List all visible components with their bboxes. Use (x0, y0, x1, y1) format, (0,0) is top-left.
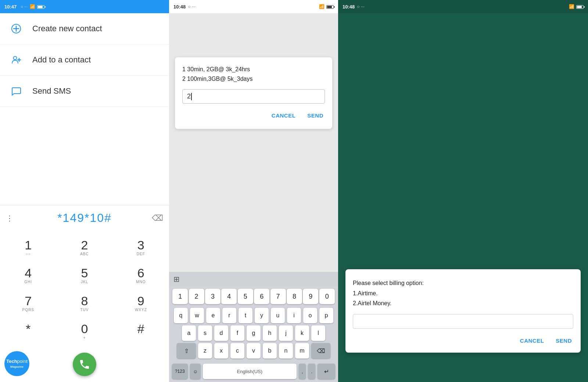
techpoint-logo: TechpointMagazine (4, 351, 29, 376)
kbd-shift[interactable]: ⇧ (177, 343, 196, 358)
ussd-input-value: 2 (187, 93, 191, 100)
kbd-i[interactable]: i (287, 308, 301, 323)
create-contact-label: Create new contact (32, 24, 102, 33)
keyboard-number-row: 1 2 3 4 5 6 7 8 9 0 (169, 286, 338, 306)
key-3[interactable]: 3DEF (113, 234, 169, 262)
key-8[interactable]: 8TUV (56, 289, 112, 317)
kbd-t[interactable]: t (239, 308, 252, 323)
kbd-b[interactable]: b (263, 343, 277, 358)
kbd-r[interactable]: r (222, 308, 236, 323)
kbd-s[interactable]: s (198, 325, 212, 341)
kbd-emoji[interactable]: ☺ (190, 364, 201, 379)
kbd-num-4[interactable]: 4 (221, 289, 237, 304)
kbd-k[interactable]: k (295, 325, 309, 341)
key-6[interactable]: 6MNO (113, 262, 169, 289)
kbd-num-6[interactable]: 6 (254, 289, 269, 304)
billing-message: Please select billing option: 1.Airtime.… (353, 278, 573, 308)
ussd-actions: CANCEL SEND (182, 109, 325, 122)
key-4[interactable]: 4GHI (0, 262, 56, 289)
kbd-enter[interactable]: ↵ (318, 364, 335, 379)
billing-input-field[interactable] (353, 314, 573, 329)
menu-list: Create new contact Add to a contact Send… (0, 13, 169, 205)
ussd-cancel-button[interactable]: CANCEL (270, 109, 297, 122)
kbd-j[interactable]: j (279, 325, 293, 341)
kbd-num-1[interactable]: 1 (172, 289, 188, 304)
billing-actions: CANCEL SEND (353, 335, 573, 347)
signal-icons-panel3: 📶 (569, 4, 584, 9)
time-panel1: 10:47 (4, 4, 17, 10)
dialer-menu-dots[interactable]: ⋮ (6, 214, 13, 223)
ussd-input-field[interactable]: 2 (182, 89, 325, 104)
ussd-send-button[interactable]: SEND (306, 109, 325, 122)
kbd-num-3[interactable]: 3 (205, 289, 220, 304)
kbd-a[interactable]: a (182, 325, 196, 341)
menu-item-create-contact[interactable]: Create new contact (0, 13, 169, 44)
kbd-y[interactable]: y (255, 308, 269, 323)
key-2[interactable]: 2ABC (56, 234, 112, 262)
key-5[interactable]: 5JKL (56, 262, 112, 289)
svg-point-3 (14, 57, 17, 60)
key-star[interactable]: * (0, 317, 56, 345)
key-7[interactable]: 7PQRS (0, 289, 56, 317)
status-bar-panel2: 10:48 ○ ··· 📶 (169, 0, 338, 13)
billing-send-button[interactable]: SEND (554, 335, 573, 347)
call-button[interactable] (73, 353, 96, 376)
kbd-w[interactable]: w (190, 308, 204, 323)
signal-icons-panel2: 📶 (319, 4, 334, 9)
kbd-o[interactable]: o (303, 308, 317, 323)
kbd-u[interactable]: u (271, 308, 285, 323)
kbd-delete[interactable]: ⌫ (311, 343, 330, 358)
icons-panel3: ○ ··· (357, 4, 365, 9)
kbd-row-3: ⇧ z x c v b n m ⌫ (172, 343, 335, 358)
kbd-bottom-row: ?123 ☺ English(US) , . ↵ (169, 362, 338, 382)
kbd-d[interactable]: d (214, 325, 228, 341)
backspace-icon[interactable]: ⌫ (152, 213, 163, 223)
kbd-f[interactable]: f (230, 325, 244, 341)
panel-ussd-keyboard: 10:48 ○ ··· 📶 1 30min, 2GB@ 3k_24hrs 2 1… (169, 0, 338, 382)
kbd-c[interactable]: c (230, 343, 244, 358)
icons-panel1: ○ ··· 📶 (19, 4, 44, 9)
status-bar-panel3: 10:48 ○ ··· 📶 (338, 0, 588, 13)
menu-item-send-sms[interactable]: Send SMS (0, 76, 169, 107)
kbd-num-5[interactable]: 5 (238, 289, 253, 304)
kbd-p[interactable]: p (319, 308, 333, 323)
kbd-num-0[interactable]: 0 (319, 289, 335, 304)
kbd-num-7[interactable]: 7 (270, 289, 286, 304)
send-sms-label: Send SMS (32, 86, 71, 96)
kbd-comma[interactable]: , (299, 364, 306, 379)
kbd-row-1: q w e r t y u i o p (172, 308, 335, 323)
kbd-numbers-toggle[interactable]: ?123 (172, 364, 188, 379)
kbd-num-8[interactable]: 8 (287, 289, 302, 304)
kbd-period[interactable]: . (308, 364, 315, 379)
kbd-z[interactable]: z (198, 343, 212, 358)
panel-phone-menu: 10:47 ○ ··· 📶 Create new contact (0, 0, 169, 382)
kbd-num-9[interactable]: 9 (303, 289, 318, 304)
kbd-h[interactable]: h (263, 325, 277, 341)
kbd-row-2: a s d f g h j k l (172, 325, 335, 341)
kbd-x[interactable]: x (214, 343, 228, 358)
kbd-g[interactable]: g (247, 325, 261, 341)
sms-icon (9, 84, 24, 98)
billing-cancel-button[interactable]: CANCEL (519, 335, 546, 347)
kbd-num-2[interactable]: 2 (189, 289, 204, 304)
dialer-display: ⋮ *149*10# ⌫ (0, 205, 169, 231)
plus-icon (9, 21, 24, 36)
kbd-q[interactable]: q (174, 308, 188, 323)
keyboard-toolbar: ⊞ (169, 272, 338, 286)
ussd-dialog: 1 30min, 2GB@ 3k_24hrs 2 100min,3GB@ 5k_… (175, 57, 332, 129)
menu-item-add-to-contact[interactable]: Add to a contact (0, 44, 169, 76)
key-9[interactable]: 9WXYZ (113, 289, 169, 317)
kbd-e[interactable]: e (206, 308, 220, 323)
kbd-m[interactable]: m (295, 343, 309, 358)
key-hash[interactable]: # (113, 317, 169, 345)
key-0[interactable]: 0+ (56, 317, 112, 345)
kbd-v[interactable]: v (247, 343, 261, 358)
add-person-icon (9, 53, 24, 67)
key-1[interactable]: 1○○ (0, 234, 56, 262)
keyboard-letter-rows: q w e r t y u i o p a s d f g h j k l (169, 306, 338, 362)
kbd-spacebar[interactable]: English(US) (203, 364, 297, 379)
status-bar-panel1: 10:47 ○ ··· 📶 (0, 0, 169, 13)
keyboard-grid-icon[interactable]: ⊞ (173, 275, 180, 284)
kbd-n[interactable]: n (279, 343, 293, 358)
kbd-l[interactable]: l (311, 325, 325, 341)
